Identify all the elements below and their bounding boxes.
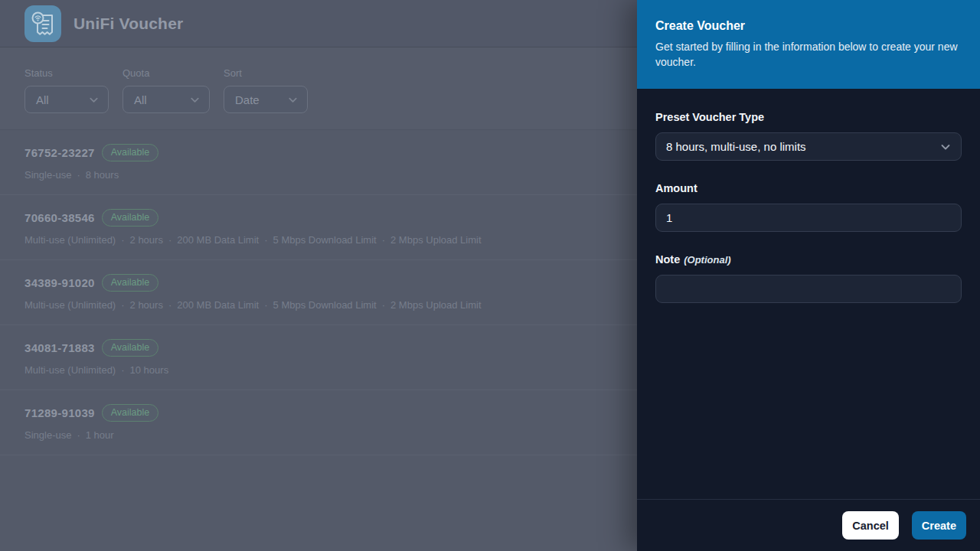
note-field: Note(Optional) <box>655 253 962 303</box>
amount-label: Amount <box>655 182 962 194</box>
preset-voucher-type-select[interactable]: 8 hours, multi-use, no limits <box>655 132 962 161</box>
drawer-backdrop[interactable] <box>0 0 637 551</box>
cancel-button[interactable]: Cancel <box>842 511 899 540</box>
drawer-subtitle: Get started by filling in the informatio… <box>655 39 958 70</box>
app-screen: UniFi Voucher Status All Quota All <box>0 0 980 551</box>
preset-selected-value: 8 hours, multi-use, no limits <box>666 140 806 153</box>
note-label: Note(Optional) <box>655 253 962 266</box>
preset-field: Preset Voucher Type 8 hours, multi-use, … <box>655 111 962 161</box>
note-label-text: Note <box>655 253 680 266</box>
note-optional-tag: (Optional) <box>684 254 730 266</box>
create-button[interactable]: Create <box>912 511 966 540</box>
amount-field: Amount <box>655 182 962 232</box>
preset-label: Preset Voucher Type <box>655 111 962 123</box>
create-voucher-drawer: Create Voucher Get started by filling in… <box>637 0 980 551</box>
drawer-header: Create Voucher Get started by filling in… <box>637 0 980 89</box>
drawer-body: Preset Voucher Type 8 hours, multi-use, … <box>637 89 980 499</box>
amount-input[interactable] <box>655 204 962 232</box>
drawer-footer: Cancel Create <box>637 499 980 551</box>
note-input[interactable] <box>655 275 962 303</box>
drawer-title: Create Voucher <box>655 19 962 33</box>
chevron-down-icon <box>939 141 952 153</box>
voucher-list-page: UniFi Voucher Status All Quota All <box>0 0 637 551</box>
